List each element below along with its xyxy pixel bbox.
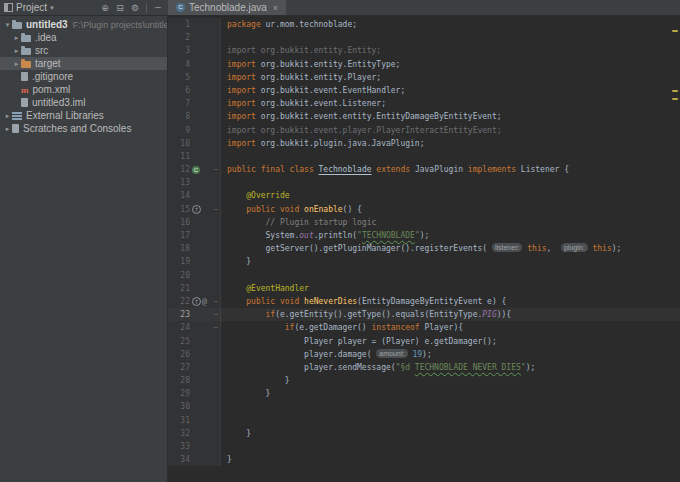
line-number[interactable]: 30 (168, 400, 190, 413)
gutter[interactable]: 16 (168, 216, 221, 229)
hide-panel-button[interactable]: ─ (152, 3, 164, 13)
fold-marker-icon[interactable]: − (212, 203, 220, 216)
line-number[interactable]: 7 (168, 97, 190, 110)
line-number[interactable]: 24 (168, 321, 190, 334)
line-number[interactable]: 34 (168, 453, 190, 466)
collapse-all-button[interactable]: ⊟ (114, 3, 126, 13)
gutter[interactable]: 20 (168, 269, 221, 282)
line-number[interactable]: 4 (168, 58, 190, 71)
code-line[interactable]: 28 } (168, 374, 680, 387)
gutter[interactable]: 27 (168, 361, 221, 374)
code-line[interactable]: 12C−public final class Technoblade exten… (168, 163, 680, 176)
gutter[interactable]: 19 (168, 255, 221, 268)
gutter[interactable]: 13 (168, 176, 221, 189)
gutter[interactable]: 26 (168, 348, 221, 361)
code-line[interactable]: 25 Player player = (Player) e.getDamager… (168, 335, 680, 348)
gutter[interactable]: 25 (168, 335, 221, 348)
code-line[interactable]: 23− if(e.getEntity().getType().equals(En… (168, 308, 680, 321)
code-line[interactable]: 1package ur.mom.technoblade; (168, 18, 680, 31)
code-line[interactable]: 19 } (168, 255, 680, 268)
gutter[interactable]: 34 (168, 453, 221, 466)
code-line[interactable]: 27 player.sendMessage("§d TECHNOBLADE NE… (168, 361, 680, 374)
class-icon[interactable]: C (192, 166, 200, 174)
chevron-down-icon[interactable]: ▾ (50, 4, 54, 12)
code-line[interactable]: 33 (168, 440, 680, 453)
code-line[interactable]: 11 (168, 150, 680, 163)
gutter[interactable]: 24− (168, 321, 221, 334)
tree-item-untitled3-iml[interactable]: untitled3.iml (0, 96, 167, 109)
gutter[interactable]: 11 (168, 150, 221, 163)
line-number[interactable]: 9 (168, 124, 190, 137)
gutter[interactable]: 9 (168, 124, 221, 137)
line-number[interactable]: 21 (168, 282, 190, 295)
code-area[interactable]: 1package ur.mom.technoblade;23import org… (168, 16, 680, 466)
gutter[interactable]: 30 (168, 400, 221, 413)
gutter[interactable]: 23− (168, 308, 221, 321)
code-line[interactable]: 31 (168, 414, 680, 427)
code-line[interactable]: 29 } (168, 387, 680, 400)
code-line[interactable]: 2 (168, 31, 680, 44)
gutter[interactable]: 29 (168, 387, 221, 400)
line-number[interactable]: 3 (168, 44, 190, 57)
line-number[interactable]: 27 (168, 361, 190, 374)
code-line[interactable]: 5import org.bukkit.entity.Player; (168, 71, 680, 84)
code-line[interactable]: 4import org.bukkit.entity.EntityType; (168, 58, 680, 71)
tree-item-idea[interactable]: ▸.idea (0, 31, 167, 44)
code-line[interactable]: 26 player.damage( amount: 19); (168, 348, 680, 361)
line-number[interactable]: 32 (168, 427, 190, 440)
line-number[interactable]: 6 (168, 84, 190, 97)
code-line[interactable]: 8import org.bukkit.event.entity.EntityDa… (168, 110, 680, 123)
line-number[interactable]: 25 (168, 335, 190, 348)
gutter[interactable]: 10 (168, 137, 221, 150)
gutter[interactable]: 2 (168, 31, 221, 44)
code-line[interactable]: 9import org.bukkit.event.player.PlayerIn… (168, 124, 680, 137)
tab-technoblade-java[interactable]: C Technoblade.java × (168, 0, 286, 15)
settings-button[interactable]: ⚙ (129, 3, 141, 13)
gutter[interactable]: 12C− (168, 163, 221, 176)
tree-item-src[interactable]: ▸src (0, 44, 167, 57)
expand-arrow-icon[interactable]: ▾ (3, 21, 12, 29)
code-line[interactable]: 24− if(e.getDamager() instanceof Player)… (168, 321, 680, 334)
locate-file-button[interactable]: ⊕ (99, 3, 111, 13)
code-line[interactable]: 14 @Override (168, 189, 680, 202)
line-number[interactable]: 20 (168, 269, 190, 282)
gutter[interactable]: 14 (168, 189, 221, 202)
line-number[interactable]: 31 (168, 414, 190, 427)
editor-pane[interactable]: 1package ur.mom.technoblade;23import org… (168, 16, 680, 482)
code-line[interactable]: 7import org.bukkit.event.Listener; (168, 97, 680, 110)
line-number[interactable]: 2 (168, 31, 190, 44)
line-number[interactable]: 16 (168, 216, 190, 229)
line-number[interactable]: 11 (168, 150, 190, 163)
gutter[interactable]: 21 (168, 282, 221, 295)
tool-window-icon[interactable] (4, 3, 13, 12)
fold-marker-icon[interactable]: − (212, 308, 220, 321)
tree-item-untitled3[interactable]: ▾untitled3F:\Plugin projects\untitled3 (0, 18, 167, 31)
code-line[interactable]: 20 (168, 269, 680, 282)
code-line[interactable]: 21 @EventHandler (168, 282, 680, 295)
line-number[interactable]: 28 (168, 374, 190, 387)
line-number[interactable]: 13 (168, 176, 190, 189)
line-number[interactable]: 18 (168, 242, 190, 255)
tree-item-scratches-and-consoles[interactable]: ▸Scratches and Consoles (0, 122, 167, 135)
expand-arrow-icon[interactable]: ▸ (12, 60, 21, 68)
line-number[interactable]: 14 (168, 189, 190, 202)
tree-item-pom-xml[interactable]: mpom.xml (0, 83, 167, 96)
tree-item-gitignore[interactable]: .gitignore (0, 70, 167, 83)
warning-mark-icon[interactable] (672, 90, 678, 92)
gutter[interactable]: 5 (168, 71, 221, 84)
tree-item-external-libraries[interactable]: ▸External Libraries (0, 109, 167, 122)
gutter[interactable]: 33 (168, 440, 221, 453)
line-number[interactable]: 23 (168, 308, 190, 321)
line-number[interactable]: 17 (168, 229, 190, 242)
code-line[interactable]: 13 (168, 176, 680, 189)
code-line[interactable]: 22↑@− public void heNeverDies(EntityDama… (168, 295, 680, 308)
gutter[interactable]: 31 (168, 414, 221, 427)
code-line[interactable]: 6import org.bukkit.event.EventHandler; (168, 84, 680, 97)
fold-marker-icon[interactable]: − (212, 321, 220, 334)
expand-arrow-icon[interactable]: ▸ (12, 47, 21, 55)
gutter[interactable]: 15↑− (168, 203, 221, 216)
warning-mark-icon[interactable] (672, 98, 678, 100)
gutter[interactable]: 6 (168, 84, 221, 97)
code-line[interactable]: 3import org.bukkit.entity.Entity; (168, 44, 680, 57)
line-number[interactable]: 29 (168, 387, 190, 400)
